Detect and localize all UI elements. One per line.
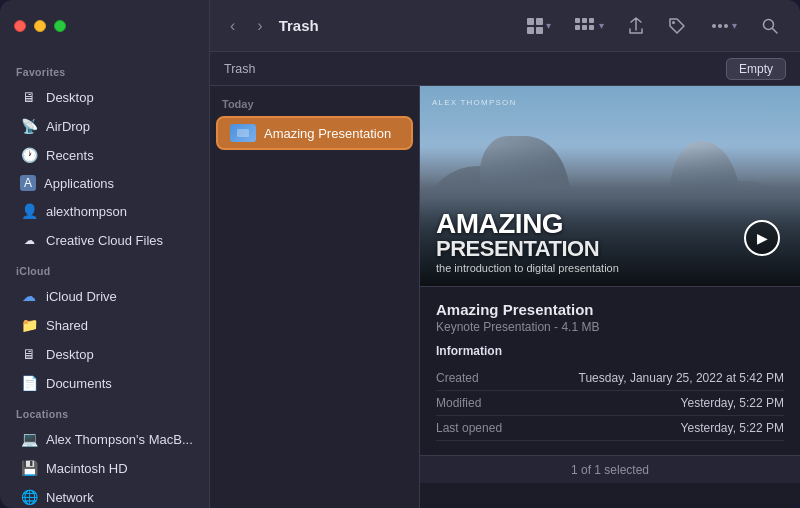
info-row-value-created: Tuesday, January 25, 2022 at 5:42 PM <box>579 371 784 385</box>
sidebar-item-icloud-desktop[interactable]: 🖥 Desktop <box>6 340 203 368</box>
sidebar-item-airdrop[interactable]: 📡 AirDrop <box>6 112 203 140</box>
more-icon <box>710 18 730 34</box>
icloud-desktop-icon: 🖥 <box>20 345 38 363</box>
disk-icon: 💾 <box>20 459 38 477</box>
sidebar-item-label: alexthompson <box>46 204 127 219</box>
grid-icon <box>526 17 544 35</box>
file-item-amazing-presentation[interactable]: Amazing Presentation <box>216 116 413 150</box>
close-button[interactable] <box>14 20 26 32</box>
shared-folder-icon: 📁 <box>20 316 38 334</box>
status-bar: 1 of 1 selected <box>420 455 800 483</box>
sidebar-item-label: Documents <box>46 376 112 391</box>
forward-button[interactable]: › <box>251 13 268 39</box>
sidebar-item-label: Alex Thompson's MacB... <box>46 432 193 447</box>
svg-point-12 <box>718 24 722 28</box>
svg-line-15 <box>773 28 778 33</box>
sidebar-item-macintosh-hd[interactable]: 💾 Macintosh HD <box>6 454 203 482</box>
info-row-value-last-opened: Yesterday, 5:22 PM <box>681 421 784 435</box>
applications-icon: A <box>20 175 36 191</box>
main-window: ‹ › Trash ▾ ▾ <box>210 0 800 508</box>
documents-icon: 📄 <box>20 374 38 392</box>
chevron-down-icon: ▾ <box>546 20 551 31</box>
sidebar-item-label: Shared <box>46 318 88 333</box>
desktop-icon: 🖥 <box>20 88 38 106</box>
share-button[interactable] <box>621 13 651 39</box>
network-icon: 🌐 <box>20 488 38 506</box>
empty-button[interactable]: Empty <box>726 58 786 80</box>
titlebar <box>0 0 209 52</box>
play-button[interactable]: ▶ <box>744 220 780 256</box>
sidebar-section-icloud: iCloud <box>0 255 209 281</box>
sidebar-item-label: Creative Cloud Files <box>46 233 163 248</box>
file-browser: Today Amazing Presentation ALE <box>210 86 800 508</box>
sidebar-item-label: Desktop <box>46 90 94 105</box>
svg-rect-6 <box>589 18 594 23</box>
back-button[interactable]: ‹ <box>224 13 241 39</box>
view-chevron-icon: ▾ <box>599 20 604 31</box>
preview-title-big: AMAZING <box>436 210 784 238</box>
info-row-value-modified: Yesterday, 5:22 PM <box>681 396 784 410</box>
svg-rect-9 <box>589 25 594 30</box>
preview-subtitle: the introduction to digital presentation <box>436 262 784 274</box>
tag-icon <box>668 17 686 35</box>
sidebar-item-label: Network <box>46 490 94 505</box>
sidebar-item-network[interactable]: 🌐 Network <box>6 483 203 508</box>
preview-file-name: Amazing Presentation <box>436 301 784 318</box>
maximize-button[interactable] <box>54 20 66 32</box>
search-button[interactable] <box>754 13 786 39</box>
action-button[interactable]: ▾ <box>703 14 744 38</box>
info-row-label-last-opened: Last opened <box>436 421 502 435</box>
sidebar-item-icloud-drive[interactable]: ☁ iCloud Drive <box>6 282 203 310</box>
svg-rect-8 <box>582 25 587 30</box>
svg-rect-4 <box>575 18 580 23</box>
tag-button[interactable] <box>661 13 693 39</box>
preview-image: ALEX THOMPSON AMAZING PRESENTATION the i… <box>420 86 800 286</box>
info-row-label-modified: Modified <box>436 396 481 410</box>
info-panel: Amazing Presentation Keynote Presentatio… <box>420 286 800 455</box>
recents-icon: 🕐 <box>20 146 38 164</box>
sidebar-item-label: iCloud Drive <box>46 289 117 304</box>
view-list-button[interactable]: ▾ <box>568 14 611 38</box>
sidebar-item-mac[interactable]: 💻 Alex Thompson's MacB... <box>6 425 203 453</box>
sidebar-item-recents[interactable]: 🕐 Recents <box>6 141 203 169</box>
sidebar-item-user[interactable]: 👤 alexthompson <box>6 197 203 225</box>
sidebar-item-applications[interactable]: A Applications <box>6 170 203 196</box>
svg-rect-0 <box>527 18 534 25</box>
info-row-label-created: Created <box>436 371 479 385</box>
sidebar-item-shared[interactable]: 📁 Shared <box>6 311 203 339</box>
date-group-label: Today <box>210 94 419 116</box>
svg-rect-5 <box>582 18 587 23</box>
preview-title-big2: PRESENTATION <box>436 238 784 260</box>
sidebar-item-desktop[interactable]: 🖥 Desktop <box>6 83 203 111</box>
action-chevron-icon: ▾ <box>732 20 737 31</box>
svg-rect-7 <box>575 25 580 30</box>
svg-rect-16 <box>237 129 249 137</box>
file-list: Today Amazing Presentation <box>210 86 420 508</box>
search-icon <box>761 17 779 35</box>
preview-overlay-text: AMAZING PRESENTATION the introduction to… <box>420 198 800 286</box>
mac-icon: 💻 <box>20 430 38 448</box>
preview-file-type: Keynote Presentation - 4.1 MB <box>436 320 784 334</box>
status-text: 1 of 1 selected <box>571 463 649 477</box>
minimize-button[interactable] <box>34 20 46 32</box>
sidebar-item-label: Desktop <box>46 347 94 362</box>
presenter-label: ALEX THOMPSON <box>432 98 516 107</box>
svg-point-10 <box>672 21 675 24</box>
info-row-last-opened: Last opened Yesterday, 5:22 PM <box>436 416 784 441</box>
sidebar-section-favorites: Favorites <box>0 56 209 82</box>
user-icon: 👤 <box>20 202 38 220</box>
sidebar-item-documents[interactable]: 📄 Documents <box>6 369 203 397</box>
view-grid-button[interactable]: ▾ <box>519 13 558 39</box>
breadcrumb: Trash <box>224 62 256 76</box>
breadcrumb-bar: Trash Empty <box>210 52 800 86</box>
sidebar-section-locations: Locations <box>0 398 209 424</box>
sidebar-item-creative-cloud[interactable]: ☁ Creative Cloud Files <box>6 226 203 254</box>
info-row-created: Created Tuesday, January 25, 2022 at 5:4… <box>436 366 784 391</box>
svg-point-13 <box>724 24 728 28</box>
window-title: Trash <box>279 17 509 34</box>
svg-rect-2 <box>527 27 534 34</box>
sidebar-item-label: Recents <box>46 148 94 163</box>
sidebar-item-label: Macintosh HD <box>46 461 128 476</box>
preview-panel: ALEX THOMPSON AMAZING PRESENTATION the i… <box>420 86 800 508</box>
svg-rect-1 <box>536 18 543 25</box>
